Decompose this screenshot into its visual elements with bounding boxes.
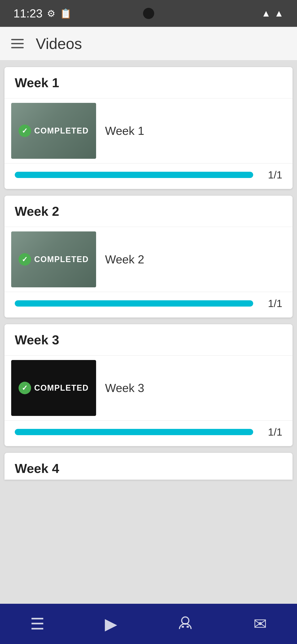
play-icon: ▶ bbox=[105, 616, 117, 632]
week-4-header: Week 4 bbox=[4, 453, 293, 480]
week-3-video-title: Week 3 bbox=[105, 382, 144, 394]
week-4-card-partial[interactable]: Week 4 bbox=[4, 453, 293, 480]
week-3-progress-bar-container bbox=[15, 429, 253, 435]
week-3-progress-bar-fill bbox=[15, 429, 253, 435]
week-2-header: Week 2 bbox=[4, 196, 293, 227]
status-bar-right: ▲ ▲ bbox=[262, 8, 284, 19]
settings-icon: ⚙ bbox=[47, 8, 55, 19]
week-3-title: Week 3 bbox=[15, 332, 59, 347]
profile-icon bbox=[177, 615, 193, 633]
status-bar-left: 11:23 ⚙ 📋 bbox=[13, 7, 71, 20]
week-3-completed-badge: COMPLETED bbox=[18, 382, 89, 394]
menu-line-3 bbox=[11, 47, 24, 48]
nav-item-profile[interactable] bbox=[173, 610, 198, 638]
week-1-video-title: Week 1 bbox=[105, 124, 144, 137]
nav-item-play[interactable]: ▶ bbox=[100, 611, 122, 636]
week-3-thumbnail: COMPLETED bbox=[11, 360, 96, 416]
week-1-progress-bar-container bbox=[15, 172, 253, 178]
week-1-header: Week 1 bbox=[4, 67, 293, 98]
menu-button[interactable] bbox=[11, 36, 27, 52]
mail-icon: ✉ bbox=[254, 616, 267, 632]
notification-icon: 📋 bbox=[60, 8, 71, 19]
week-2-thumbnail: COMPLETED bbox=[11, 232, 96, 287]
week-2-card[interactable]: Week 2 COMPLETED Week 2 1/1 bbox=[4, 196, 293, 318]
week-1-progress-text: 1/1 bbox=[260, 169, 282, 181]
status-time: 11:23 bbox=[13, 7, 42, 20]
week-2-progress-text: 1/1 bbox=[260, 298, 282, 310]
week-1-progress-bar-fill bbox=[15, 172, 253, 178]
week-3-check-icon bbox=[18, 382, 31, 394]
bottom-navigation: ☰ ▶ ✉ bbox=[0, 604, 297, 644]
week-1-title: Week 1 bbox=[15, 75, 59, 90]
week-3-video-item[interactable]: COMPLETED Week 3 bbox=[4, 356, 293, 420]
signal-icon: ▲ bbox=[274, 8, 284, 19]
week-2-video-info: Week 2 bbox=[96, 253, 286, 266]
camera-notch bbox=[131, 0, 167, 27]
nav-item-list[interactable]: ☰ bbox=[26, 611, 49, 636]
week-3-progress-text: 1/1 bbox=[260, 426, 282, 438]
nav-item-mail[interactable]: ✉ bbox=[249, 611, 271, 636]
menu-line-2 bbox=[11, 43, 24, 44]
svg-rect-2 bbox=[187, 626, 189, 628]
menu-line-1 bbox=[11, 39, 24, 40]
main-content: Week 1 COMPLETED Week 1 1/1 Week 2 bbox=[0, 60, 297, 604]
week-2-progress-bar-container bbox=[15, 300, 253, 306]
svg-point-0 bbox=[182, 617, 189, 624]
week-1-progress-section: 1/1 bbox=[4, 163, 293, 189]
week-3-progress-section: 1/1 bbox=[4, 420, 293, 446]
week-2-video-item[interactable]: COMPLETED Week 2 bbox=[4, 227, 293, 292]
status-bar: 11:23 ⚙ 📋 ▲ ▲ bbox=[0, 0, 297, 27]
week-3-completed-text: COMPLETED bbox=[34, 383, 89, 393]
week-2-video-title: Week 2 bbox=[105, 253, 144, 266]
week-1-check-icon bbox=[18, 124, 31, 137]
week-4-title: Week 4 bbox=[15, 461, 59, 476]
week-3-card[interactable]: Week 3 COMPLETED Week 3 1/1 bbox=[4, 324, 293, 446]
week-2-completed-badge: COMPLETED bbox=[18, 253, 89, 266]
page-title: Videos bbox=[36, 35, 82, 52]
week-1-video-item[interactable]: COMPLETED Week 1 bbox=[4, 98, 293, 163]
app-header: Videos bbox=[0, 27, 297, 60]
list-icon: ☰ bbox=[30, 616, 45, 632]
svg-rect-1 bbox=[182, 626, 184, 628]
week-1-completed-badge: COMPLETED bbox=[18, 124, 89, 137]
week-1-completed-text: COMPLETED bbox=[34, 126, 89, 136]
camera-dot bbox=[143, 8, 154, 19]
week-2-progress-bar-fill bbox=[15, 300, 253, 306]
week-2-title: Week 2 bbox=[15, 204, 59, 218]
week-1-card[interactable]: Week 1 COMPLETED Week 1 1/1 bbox=[4, 67, 293, 189]
week-1-video-info: Week 1 bbox=[96, 124, 286, 138]
week-3-header: Week 3 bbox=[4, 324, 293, 355]
wifi-icon: ▲ bbox=[262, 8, 271, 19]
week-2-progress-section: 1/1 bbox=[4, 292, 293, 318]
week-2-completed-text: COMPLETED bbox=[34, 255, 89, 264]
week-2-check-icon bbox=[18, 253, 31, 266]
week-3-video-info: Week 3 bbox=[96, 381, 286, 395]
week-1-thumbnail: COMPLETED bbox=[11, 103, 96, 159]
